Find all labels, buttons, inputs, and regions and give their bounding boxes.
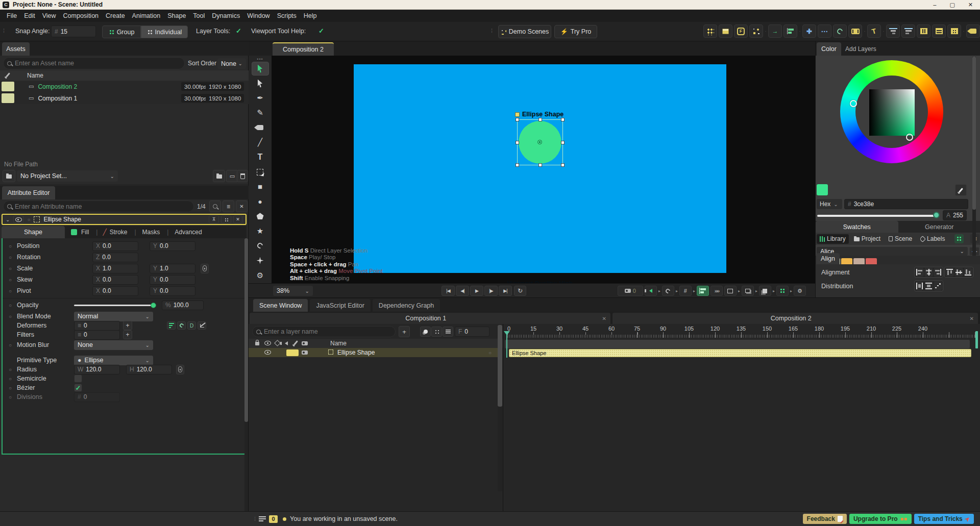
forge-button[interactable]: F bbox=[734, 24, 748, 38]
layer-name[interactable]: Ellipse Shape bbox=[337, 349, 375, 356]
keyframe-circle[interactable]: ○ bbox=[9, 266, 12, 271]
feedback-button[interactable]: Feedback bbox=[803, 514, 847, 524]
scatter-filter-button[interactable] bbox=[431, 327, 442, 337]
timeline-end-marker[interactable] bbox=[975, 331, 978, 348]
layout-button[interactable] bbox=[697, 286, 709, 296]
layer-visibility-toggle[interactable] bbox=[264, 349, 271, 356]
playback-speed-button[interactable]: »» bbox=[710, 286, 723, 296]
sequence-button[interactable] bbox=[901, 24, 915, 38]
keyframe-circle[interactable]: ○ bbox=[9, 243, 12, 249]
asset-name[interactable]: Composition 2 bbox=[38, 83, 77, 90]
expander-icon[interactable]: ▸ bbox=[790, 289, 792, 293]
keyframe-circle[interactable]: ○ bbox=[9, 255, 12, 260]
keyframe-circle[interactable]: ○ bbox=[9, 367, 12, 372]
composition1-tab[interactable]: Composition 1✕ bbox=[250, 313, 610, 324]
selection-handle[interactable] bbox=[516, 141, 519, 144]
labels-button[interactable]: Labels bbox=[917, 234, 948, 244]
expander-icon[interactable]: ▸ bbox=[773, 289, 775, 293]
close-attributes-button[interactable]: ✕ bbox=[233, 215, 242, 223]
blend-mode-dropdown[interactable]: Normal⌄ bbox=[74, 312, 153, 321]
selection-handle[interactable] bbox=[516, 163, 519, 167]
duplicator-grid-button[interactable] bbox=[703, 24, 717, 38]
select-tool[interactable] bbox=[252, 62, 269, 76]
tab-fill[interactable]: Fill bbox=[81, 229, 89, 236]
distribute-vertical-button[interactable] bbox=[924, 282, 933, 290]
shape-label[interactable]: Ellipse Shape bbox=[515, 111, 564, 118]
motion-blur-dropdown[interactable]: None⌄ bbox=[74, 340, 153, 350]
keyframe-circle[interactable]: ○ bbox=[9, 277, 12, 283]
rotation-z-field[interactable]: Z0.0 bbox=[92, 253, 138, 262]
viewport-canvas[interactable]: Ellipse Shape Hold S Direct Layer Select… bbox=[272, 56, 815, 283]
align-bottom-button[interactable] bbox=[964, 268, 972, 277]
playhead-line[interactable] bbox=[506, 331, 507, 358]
layer-stack-button[interactable] bbox=[742, 286, 754, 296]
audio-mute-button[interactable] bbox=[645, 286, 657, 296]
tab-javascript-editor[interactable]: JavaScript Editor bbox=[310, 299, 370, 312]
viewport-tool-help-check[interactable]: ✓ bbox=[318, 27, 324, 35]
shape-header[interactable]: ⌄ ○ Ellipse Shape ⊼ ✕ bbox=[2, 214, 247, 225]
position-y-field[interactable]: Y0.0 bbox=[150, 241, 195, 251]
pivot-x-field[interactable]: X0.0 bbox=[92, 286, 138, 296]
demo-scenes-button[interactable]: Demo Scenes bbox=[498, 25, 551, 38]
add-filter-button[interactable]: + bbox=[123, 330, 132, 339]
artboard-tool[interactable] bbox=[252, 165, 269, 179]
previous-frame-button[interactable]: ◀| bbox=[456, 286, 469, 296]
tool-settings[interactable]: ⚙ bbox=[252, 268, 269, 282]
next-frame-button[interactable]: |▶ bbox=[484, 286, 498, 296]
scale-x-field[interactable]: X1.0 bbox=[92, 264, 138, 273]
scatter-small-button[interactable] bbox=[221, 215, 231, 223]
solo-filter-button[interactable] bbox=[420, 327, 431, 337]
skew-x-field[interactable]: X0.0 bbox=[92, 275, 138, 285]
text-on-path-button[interactable]: T bbox=[867, 24, 881, 38]
distribute-horizontal-button[interactable] bbox=[915, 282, 924, 290]
keyframe-dots-button[interactable]: ⋯ bbox=[818, 24, 831, 38]
pencil-tool[interactable]: ✎ bbox=[252, 106, 269, 120]
semicircle-checkbox[interactable] bbox=[74, 374, 82, 383]
tab-advanced[interactable]: Advanced bbox=[175, 229, 202, 236]
keyframe-circle[interactable]: ○ bbox=[9, 342, 12, 348]
menu-scripts[interactable]: Scripts bbox=[274, 11, 300, 21]
deformer-graph-button[interactable] bbox=[198, 321, 206, 330]
polygon-tool[interactable] bbox=[252, 209, 269, 223]
snapping-button[interactable] bbox=[662, 286, 674, 296]
menu-shape[interactable]: Shape bbox=[164, 11, 189, 21]
layer-keyframe-circle[interactable]: ○ bbox=[488, 350, 492, 356]
message-counter[interactable]: 0 bbox=[269, 515, 278, 523]
attribute-search-input[interactable] bbox=[3, 201, 194, 212]
align-layers-button[interactable] bbox=[783, 24, 797, 38]
tab-swatches[interactable]: Swatches bbox=[816, 221, 898, 233]
align-left-button[interactable] bbox=[915, 268, 924, 277]
hex-mode-dropdown[interactable]: Hex⌄ bbox=[817, 199, 842, 209]
tips-and-tricks-button[interactable]: Tips and Tricks➤ bbox=[914, 514, 974, 524]
keyframe-circle[interactable]: ○ bbox=[9, 288, 12, 294]
maximize-button[interactable]: ▢ bbox=[949, 2, 954, 8]
menu-composition[interactable]: Composition bbox=[60, 11, 102, 21]
asset-search-input[interactable] bbox=[3, 57, 185, 69]
tab-align[interactable]: Align bbox=[816, 253, 840, 264]
keyframe-circle[interactable]: ○ bbox=[9, 376, 12, 382]
alpha-value-field[interactable]: A255 bbox=[943, 210, 967, 220]
layer-list-scrollbar[interactable] bbox=[498, 325, 502, 491]
attribute-search-field[interactable] bbox=[15, 203, 190, 210]
filter-settings-button[interactable] bbox=[443, 327, 453, 337]
try-pro-button[interactable]: ⚡ Try Pro bbox=[554, 25, 597, 38]
tab-attribute-editor[interactable]: Attribute Editor bbox=[2, 186, 55, 199]
extrude-button[interactable] bbox=[719, 24, 732, 38]
selection-handle[interactable] bbox=[561, 118, 565, 121]
radius-w-field[interactable]: W120.0 bbox=[74, 365, 120, 374]
scene-button[interactable]: Scene bbox=[886, 234, 915, 244]
alpha-slider-track[interactable] bbox=[817, 215, 938, 217]
sparkle-tool[interactable] bbox=[252, 254, 269, 267]
library-button[interactable]: Library bbox=[817, 234, 849, 244]
tab-generator[interactable]: Generator bbox=[898, 221, 980, 233]
scale-y-field[interactable]: Y1.0 bbox=[150, 264, 195, 273]
alpha-slider-knob[interactable] bbox=[933, 212, 940, 218]
camera-tool[interactable] bbox=[252, 121, 269, 135]
left-scrollbar-thumb[interactable] bbox=[244, 238, 248, 422]
keyframe-circle[interactable]: ○ bbox=[9, 314, 12, 319]
grid-button[interactable] bbox=[947, 24, 961, 38]
align-hcenter-button[interactable] bbox=[924, 268, 933, 277]
save-project-button[interactable] bbox=[3, 170, 15, 182]
work-area-bar[interactable] bbox=[505, 340, 970, 348]
grid-view-toggle[interactable] bbox=[954, 234, 964, 243]
